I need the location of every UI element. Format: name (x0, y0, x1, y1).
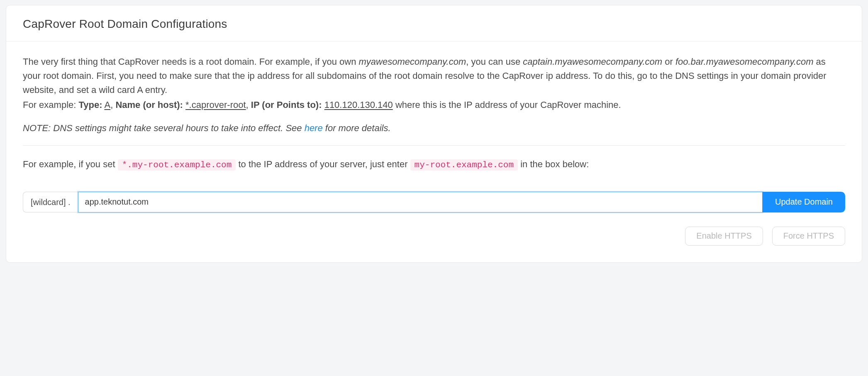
root-domain-input[interactable] (78, 192, 763, 212)
sep-1: , (110, 100, 115, 110)
example-line: For example, if you set *.my-root.exampl… (23, 157, 845, 172)
dns-ip-label: IP (or Points to): (251, 100, 322, 110)
sep-2: , (246, 100, 251, 110)
page: CapRover Root Domain Configurations The … (0, 0, 868, 269)
example-pre: For example, if you set (23, 159, 118, 169)
intro-paragraph: The very first thing that CapRover needs… (23, 55, 845, 97)
example-post: in the box below: (518, 159, 589, 169)
dns-name-label: Name (or host): (115, 100, 183, 110)
domain-example-foo: foo.bar.myawesomecompany.com (675, 56, 814, 67)
intro-or: or (662, 56, 675, 67)
dns-type-label: Type: (79, 100, 102, 110)
divider (23, 145, 845, 146)
code-wildcard-root: *.my-root.example.com (118, 159, 236, 171)
note-text-1: NOTE: DNS settings might take several ho… (23, 123, 305, 133)
example-mid: to the IP address of your server, just e… (236, 159, 410, 169)
domain-form-row: [wildcard] . Update Domain (23, 192, 845, 212)
intro-text-1: The very first thing that CapRover needs… (23, 56, 359, 67)
domain-example-captain: captain.myawesomecompany.com (523, 56, 662, 67)
dns-type-value: A (104, 100, 110, 110)
intro-text-2: , you can use (466, 56, 523, 67)
config-card: CapRover Root Domain Configurations The … (6, 5, 862, 263)
update-domain-button[interactable]: Update Domain (763, 192, 845, 212)
code-root-only: my-root.example.com (410, 159, 518, 171)
domain-example-myawesomecompany: myawesomecompany.com (359, 56, 466, 67)
wildcard-prefix: [wildcard] . (23, 192, 78, 212)
dns-ip-value: 110.120.130.140 (324, 100, 393, 110)
page-title: CapRover Root Domain Configurations (23, 15, 845, 33)
here-link[interactable]: here (305, 123, 323, 133)
https-button-row: Enable HTTPS Force HTTPS (23, 227, 845, 246)
for-example-label: For example: (23, 100, 79, 110)
note-text-2: for more details. (323, 123, 391, 133)
dns-note: NOTE: DNS settings might take several ho… (23, 121, 845, 135)
dns-example-line: For example: Type: A, Name (or host): *.… (23, 98, 845, 112)
card-body: The very first thing that CapRover needs… (6, 42, 862, 262)
card-header: CapRover Root Domain Configurations (6, 5, 862, 42)
dns-name-value: *.caprover-root (185, 100, 246, 110)
enable-https-button[interactable]: Enable HTTPS (685, 227, 763, 246)
intro-text: The very first thing that CapRover needs… (23, 55, 845, 135)
dns-tail: where this is the IP address of your Cap… (393, 100, 621, 110)
force-https-button[interactable]: Force HTTPS (772, 227, 845, 246)
